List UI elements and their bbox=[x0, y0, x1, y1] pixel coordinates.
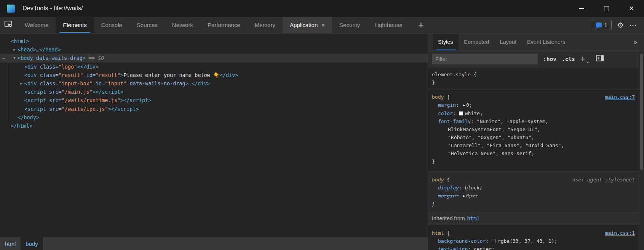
css-property-display[interactable]: display: block; bbox=[432, 184, 635, 192]
tab-overflow-chevron-icon[interactable]: » bbox=[626, 34, 644, 50]
window-controls: ✕ bbox=[569, 0, 644, 17]
window-title: DevTools - file://wails/ bbox=[22, 5, 83, 12]
scrollbar-thumb[interactable] bbox=[640, 54, 643, 170]
tab-layout[interactable]: Layout bbox=[494, 34, 522, 50]
tab-lighthouse[interactable]: Lighthouse bbox=[367, 17, 409, 33]
expand-value-icon[interactable]: ▶ bbox=[463, 101, 465, 109]
css-property-margin[interactable]: margin: ▶0; bbox=[432, 101, 635, 109]
dom-node-div-logo[interactable]: <div class="logo"></div> bbox=[0, 62, 428, 71]
tab-computed[interactable]: Computed bbox=[459, 34, 495, 50]
rule-element-style[interactable]: element.style { } bbox=[428, 67, 639, 90]
css-property-font-family[interactable]: font-family: "Nunito", -apple-system, bbox=[432, 117, 635, 125]
styles-scrollbar[interactable] bbox=[639, 51, 644, 250]
breadcrumb-body[interactable]: body bbox=[21, 237, 43, 250]
tab-styles[interactable]: Styles bbox=[433, 34, 459, 50]
window-titlebar: DevTools - file://wails/ ✕ bbox=[0, 0, 644, 17]
styles-tabs: Styles Computed Layout Event Listeners » bbox=[428, 34, 644, 51]
tab-welcome[interactable]: Welcome bbox=[18, 17, 56, 33]
toggle-class-button[interactable]: .cls bbox=[562, 56, 575, 62]
minimize-icon bbox=[579, 8, 584, 9]
tab-event-listeners[interactable]: Event Listeners bbox=[522, 34, 570, 50]
tab-performance[interactable]: Performance bbox=[200, 17, 248, 33]
expand-arrow-icon[interactable]: ▶ bbox=[18, 82, 24, 85]
dom-node-script-ipc[interactable]: <script src="/wails/ipc.js"></script> bbox=[0, 105, 428, 113]
inherited-element-link[interactable]: html bbox=[467, 215, 480, 223]
rule-selector[interactable]: html { bbox=[432, 229, 635, 237]
issues-bubble-icon bbox=[596, 22, 602, 27]
collapse-arrow-icon[interactable]: ▼ bbox=[11, 56, 18, 60]
rule-html-main-css: main.css:1 html { background-color: rgba… bbox=[428, 225, 639, 250]
css-property-color[interactable]: color: white; bbox=[432, 109, 635, 117]
expand-arrow-icon[interactable]: ▶ bbox=[11, 48, 18, 51]
dom-node-script-main[interactable]: <script src="/main.js"></script> bbox=[0, 88, 428, 96]
tab-sources[interactable]: Sources bbox=[129, 17, 165, 33]
dom-node-script-runtime[interactable]: <script src="/wails/runtime.js"></script… bbox=[0, 96, 428, 104]
close-tab-icon[interactable]: × bbox=[321, 22, 325, 28]
close-button[interactable]: ✕ bbox=[619, 0, 644, 17]
issues-counter-button[interactable]: 1 bbox=[592, 20, 612, 30]
node-menu-dots-icon[interactable]: ⋯ bbox=[2, 55, 5, 61]
dom-node-body-selected[interactable]: ⋯▼<body data-wails-drag>== $0 bbox=[0, 54, 428, 62]
maximize-icon bbox=[604, 6, 609, 11]
devtools-app-icon bbox=[7, 5, 15, 13]
issues-count: 1 bbox=[604, 22, 607, 28]
dom-node-div-result[interactable]: <div class="result" id="result">Please e… bbox=[0, 71, 428, 79]
styles-sidebar: Styles Computed Layout Event Listeners »… bbox=[428, 34, 644, 250]
tab-security[interactable]: Security bbox=[332, 17, 367, 33]
toggle-computed-sidebar-icon[interactable] bbox=[596, 55, 604, 63]
css-property-text-align-clipped[interactable]: text-align: center; bbox=[432, 245, 635, 250]
stylesheet-link[interactable]: main.css:1 bbox=[605, 229, 635, 237]
stylesheet-origin-label: user agent stylesheet bbox=[572, 176, 635, 184]
dom-node-body-close[interactable]: </body> bbox=[0, 113, 428, 122]
tab-console[interactable]: Console bbox=[94, 17, 129, 33]
breadcrumb-html[interactable]: html bbox=[0, 237, 21, 250]
indent-guide bbox=[8, 62, 8, 122]
css-property-margin-overridden[interactable]: margin: ▶8px; bbox=[432, 192, 635, 200]
devtools-main: <html> ▶<head>…</head> ⋯▼<body data-wail… bbox=[0, 34, 644, 250]
tabbar-right-controls: 1 ⚙ ⋯ bbox=[592, 17, 644, 33]
elements-panel: <html> ▶<head>…</head> ⋯▼<body data-wail… bbox=[0, 34, 428, 250]
dom-node-html-open[interactable]: <html> bbox=[0, 37, 428, 45]
maximize-button[interactable] bbox=[594, 0, 619, 17]
color-swatch-white[interactable] bbox=[459, 111, 463, 115]
tab-network[interactable]: Network bbox=[165, 17, 200, 33]
tab-application[interactable]: Application × bbox=[283, 17, 332, 33]
stylesheet-link[interactable]: main.css:7 bbox=[605, 93, 635, 101]
dom-node-html-close[interactable]: </html> bbox=[0, 122, 428, 130]
css-property-background-color[interactable]: background-color: rgba(33, 37, 43, 1); bbox=[432, 237, 635, 245]
dom-tree: <html> ▶<head>…</head> ⋯▼<body data-wail… bbox=[0, 34, 428, 237]
add-tab-button[interactable]: + bbox=[410, 17, 432, 33]
rule-body-main-css: main.css:7 body { margin: ▶0; color: whi… bbox=[428, 90, 639, 172]
toggle-hover-state-button[interactable]: :hov bbox=[543, 56, 556, 62]
rule-selector[interactable]: body { bbox=[432, 93, 635, 101]
devtools-tabbar: Welcome Elements Console Sources Network… bbox=[0, 17, 644, 34]
inspect-element-button[interactable] bbox=[0, 17, 18, 33]
inherited-from-header: Inherited from html bbox=[428, 212, 639, 225]
inspect-cursor-icon bbox=[4, 21, 13, 30]
pointing-down-emoji: 👇 bbox=[213, 72, 220, 78]
new-style-rule-button[interactable]: + bbox=[580, 54, 588, 64]
console-reference: == $0 bbox=[89, 55, 104, 61]
color-swatch-dark[interactable] bbox=[492, 239, 496, 243]
dom-node-head[interactable]: ▶<head>…</head> bbox=[0, 45, 428, 54]
dom-node-div-input-box[interactable]: ▶<div class="input-box" id="input" data-… bbox=[0, 79, 428, 88]
styles-toolbar: :hov .cls + bbox=[428, 51, 639, 67]
dom-breadcrumb: html body bbox=[0, 237, 428, 250]
tab-memory[interactable]: Memory bbox=[248, 17, 283, 33]
minimize-button[interactable] bbox=[569, 0, 594, 17]
style-filter-input[interactable] bbox=[432, 54, 538, 64]
styles-rules-list: element.style { } main.css:7 body { marg… bbox=[428, 67, 639, 250]
close-icon: ✕ bbox=[629, 5, 634, 12]
tab-elements[interactable]: Elements bbox=[56, 17, 94, 33]
more-menu-icon[interactable]: ⋯ bbox=[629, 21, 637, 30]
settings-gear-icon[interactable]: ⚙ bbox=[617, 21, 624, 30]
expand-value-icon[interactable]: ▶ bbox=[463, 192, 465, 200]
rule-body-user-agent: user agent stylesheet body { display: bl… bbox=[428, 172, 639, 212]
